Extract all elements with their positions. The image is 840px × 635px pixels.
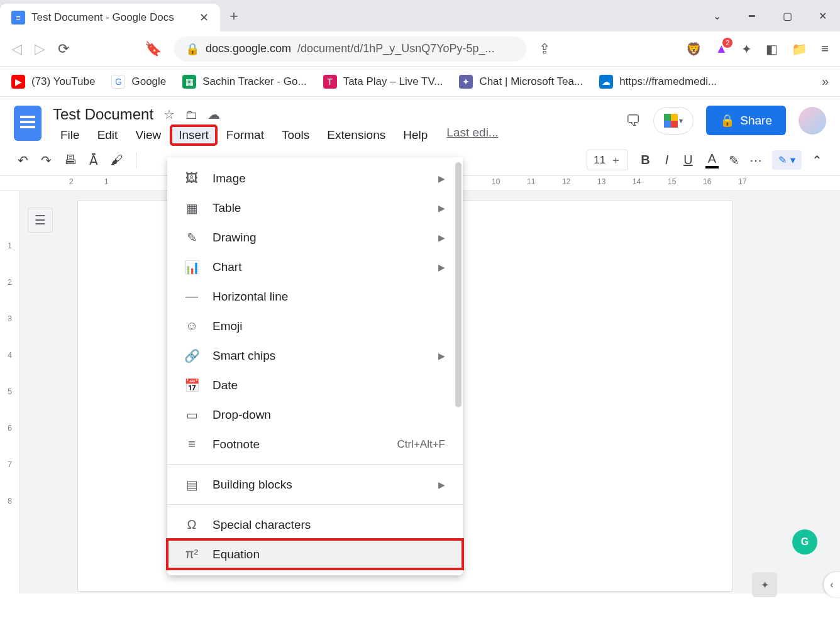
share-url-icon[interactable]: ⇪: [539, 41, 550, 57]
menu-edit[interactable]: Edit: [90, 126, 126, 145]
editing-mode-button[interactable]: ✎ ▾: [772, 150, 802, 170]
bookmarks-bar: ▶(73) YouTubeGGoogle▦Sachin Tracker - Go…: [0, 67, 840, 97]
font-size-control[interactable]: 11 ＋: [587, 150, 628, 170]
insert-date[interactable]: 📅Date: [167, 370, 463, 400]
insert-horizontal-line[interactable]: —Horizontal line: [167, 282, 463, 311]
bookmark-item[interactable]: ✦Chat | Microsoft Tea...: [459, 75, 583, 89]
bold-button[interactable]: B: [638, 153, 652, 167]
menu-icon[interactable]: ≡: [821, 41, 829, 56]
collapse-icon[interactable]: ⌃: [812, 153, 822, 168]
insert-drawing[interactable]: ✎Drawing▶: [167, 223, 463, 252]
move-icon[interactable]: 🗀: [185, 108, 197, 122]
wallet-icon[interactable]: 📁: [792, 41, 807, 57]
meet-icon: [664, 114, 678, 128]
text-color-button[interactable]: A: [705, 152, 719, 168]
submenu-arrow-icon: ▶: [438, 351, 445, 361]
paint-format-icon[interactable]: 🖌: [111, 153, 123, 167]
bookmark-favicon: G: [111, 75, 125, 89]
insert-table[interactable]: ▦Table▶: [167, 193, 463, 223]
redo-icon[interactable]: ↷: [41, 153, 52, 168]
close-tab-icon[interactable]: ✕: [199, 11, 209, 25]
meet-button[interactable]: ▾: [653, 107, 694, 135]
outline-toggle-button[interactable]: ☰: [28, 207, 53, 233]
plus-icon[interactable]: ＋: [611, 153, 621, 167]
bookmark-item[interactable]: GGoogle: [111, 75, 166, 89]
docs-favicon: ≡: [11, 11, 25, 25]
bookmarks-overflow-icon[interactable]: »: [822, 74, 829, 89]
insert-emoji[interactable]: ☺Emoji: [167, 311, 463, 341]
bookmark-item[interactable]: TTata Play – Live TV...: [323, 75, 443, 89]
insert-footnote[interactable]: ≡FootnoteCtrl+Alt+F: [167, 429, 463, 459]
last-edit-link[interactable]: Last edi...: [446, 126, 498, 145]
tab-title: Test Document - Google Docs: [31, 11, 193, 24]
nav-back-icon[interactable]: ◁: [11, 41, 22, 57]
menu-extensions[interactable]: Extensions: [319, 126, 393, 145]
submenu-arrow-icon: ▶: [438, 262, 445, 272]
new-tab-button[interactable]: ＋: [220, 0, 248, 31]
document-title[interactable]: Test Document: [53, 106, 153, 123]
close-window-icon[interactable]: ✕: [805, 0, 840, 31]
bookmark-icon[interactable]: 🔖: [145, 41, 162, 57]
menu-item-label: Image: [213, 172, 246, 185]
insert-chart[interactable]: 📊Chart▶: [167, 252, 463, 282]
insert-building-blocks[interactable]: ▤Building blocks▶: [167, 470, 463, 499]
vertical-ruler[interactable]: 12345678: [0, 191, 20, 594]
minimize-icon[interactable]: ━: [734, 0, 770, 31]
menu-item-icon: π²: [185, 547, 199, 561]
menu-item-icon: Ω: [185, 517, 199, 532]
menu-item-label: Equation: [213, 548, 260, 561]
brave-rewards-icon[interactable]: ▲: [716, 41, 728, 56]
bookmark-item[interactable]: ▦Sachin Tracker - Go...: [182, 75, 306, 89]
side-panel-handle[interactable]: ‹: [824, 572, 840, 597]
italic-button[interactable]: I: [663, 153, 671, 167]
menu-tools[interactable]: Tools: [274, 126, 317, 145]
bookmark-item[interactable]: ▶(73) YouTube: [11, 75, 95, 89]
cloud-status-icon[interactable]: ☁: [207, 107, 220, 122]
menu-help[interactable]: Help: [395, 126, 435, 145]
reload-icon[interactable]: ⟳: [58, 41, 69, 57]
maximize-icon[interactable]: ▢: [770, 0, 805, 31]
scrollbar[interactable]: [455, 162, 461, 407]
menu-item-label: Date: [213, 378, 238, 392]
more-icon[interactable]: ⋯: [749, 153, 762, 168]
explore-button[interactable]: ✦: [752, 572, 777, 597]
underline-button[interactable]: U: [681, 153, 695, 167]
spellcheck-icon[interactable]: Ᾱ: [89, 153, 98, 168]
font-size-value: 11: [594, 154, 605, 167]
insert-smart-chips[interactable]: 🔗Smart chips▶: [167, 341, 463, 370]
sidepanel-icon[interactable]: ◧: [766, 41, 778, 57]
comments-icon[interactable]: 🗨: [626, 112, 641, 130]
bookmark-favicon: ▦: [182, 75, 196, 89]
menu-item-label: Drawing: [213, 231, 257, 245]
grammarly-icon[interactable]: G: [792, 529, 817, 555]
insert-equation[interactable]: π²Equation: [167, 539, 463, 569]
browser-tab[interactable]: ≡ Test Document - Google Docs ✕: [0, 4, 220, 31]
bookmark-item[interactable]: ☁https://framedmedi...: [599, 75, 717, 89]
extensions-icon[interactable]: ✦: [741, 41, 752, 57]
undo-icon[interactable]: ↶: [18, 153, 28, 168]
lock-icon: 🔒: [185, 42, 199, 56]
highlight-icon[interactable]: ✎: [729, 153, 739, 168]
docs-logo-icon[interactable]: [14, 106, 41, 141]
star-icon[interactable]: ☆: [163, 107, 175, 122]
account-avatar[interactable]: [799, 107, 826, 135]
menu-view[interactable]: View: [128, 126, 169, 145]
share-label: Share: [740, 114, 772, 128]
menu-format[interactable]: Format: [219, 126, 272, 145]
bookmark-favicon: T: [323, 75, 337, 89]
chevron-down-icon[interactable]: ⌄: [699, 0, 734, 31]
menu-item-label: Chart: [213, 260, 241, 274]
insert-image[interactable]: 🖼Image▶: [167, 163, 463, 193]
bookmark-label: Chat | Microsoft Tea...: [479, 75, 583, 88]
url-field[interactable]: 🔒 docs.google.com/document/d/1hP_y_UsnQ7…: [174, 36, 526, 62]
nav-forward-icon[interactable]: ▷: [35, 41, 45, 57]
brave-shield-icon[interactable]: 🦁: [686, 41, 702, 57]
insert-special-characters[interactable]: ΩSpecial characters: [167, 510, 463, 539]
menu-file[interactable]: File: [53, 126, 87, 145]
share-button[interactable]: 🔒 Share: [706, 106, 786, 135]
menu-item-icon: ✎: [185, 230, 199, 245]
menu-insert[interactable]: Insert: [171, 126, 216, 145]
print-icon[interactable]: 🖶: [64, 153, 77, 167]
menu-item-icon: 🖼: [185, 171, 199, 185]
insert-drop-down[interactable]: ▭Drop-down: [167, 400, 463, 429]
